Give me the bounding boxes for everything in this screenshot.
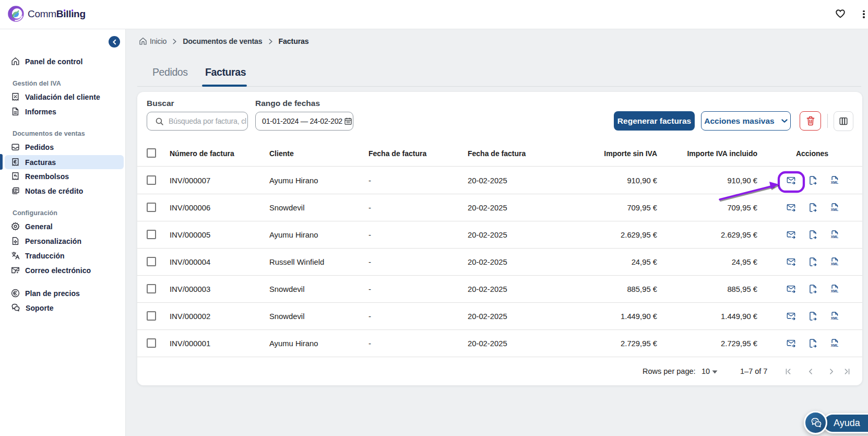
svg-text:XML: XML [831, 235, 838, 239]
svg-text:XML: XML [831, 289, 838, 293]
svg-text:XML: XML [831, 181, 838, 184]
svg-text:XML: XML [831, 316, 838, 320]
svg-text:XML: XML [831, 208, 838, 211]
svg-text:XML: XML [831, 262, 838, 266]
svg-text:XML: XML [831, 344, 838, 347]
